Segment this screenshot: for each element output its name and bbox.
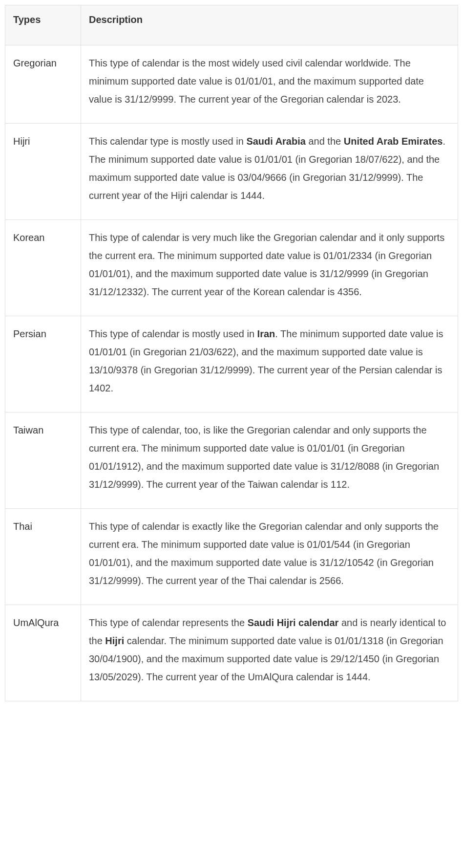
table-row: KoreanThis type of calendar is very much… xyxy=(5,220,458,316)
table-row: TaiwanThis type of calendar, too, is lik… xyxy=(5,412,458,509)
description-cell: This type of calendar is mostly used in … xyxy=(81,316,458,412)
description-cell: This type of calendar is exactly like th… xyxy=(81,509,458,605)
calendar-types-table: Types Description GregorianThis type of … xyxy=(5,5,458,701)
table-row: ThaiThis type of calendar is exactly lik… xyxy=(5,509,458,605)
description-cell: This type of calendar is the most widely… xyxy=(81,45,458,124)
type-cell: UmAlQura xyxy=(5,605,81,701)
table-row: GregorianThis type of calendar is the mo… xyxy=(5,45,458,124)
type-cell: Thai xyxy=(5,509,81,605)
type-cell: Gregorian xyxy=(5,45,81,124)
table-body: GregorianThis type of calendar is the mo… xyxy=(5,45,458,701)
description-cell: This calendar type is mostly used in Sau… xyxy=(81,124,458,220)
type-cell: Persian xyxy=(5,316,81,412)
header-types: Types xyxy=(5,5,81,45)
description-cell: This type of calendar is very much like … xyxy=(81,220,458,316)
table-row: HijriThis calendar type is mostly used i… xyxy=(5,124,458,220)
table-header-row: Types Description xyxy=(5,5,458,45)
table-row: UmAlQuraThis type of calendar represents… xyxy=(5,605,458,701)
type-cell: Hijri xyxy=(5,124,81,220)
table-row: PersianThis type of calendar is mostly u… xyxy=(5,316,458,412)
type-cell: Taiwan xyxy=(5,412,81,509)
description-cell: This type of calendar represents the Sau… xyxy=(81,605,458,701)
header-description: Description xyxy=(81,5,458,45)
description-cell: This type of calendar, too, is like the … xyxy=(81,412,458,509)
type-cell: Korean xyxy=(5,220,81,316)
